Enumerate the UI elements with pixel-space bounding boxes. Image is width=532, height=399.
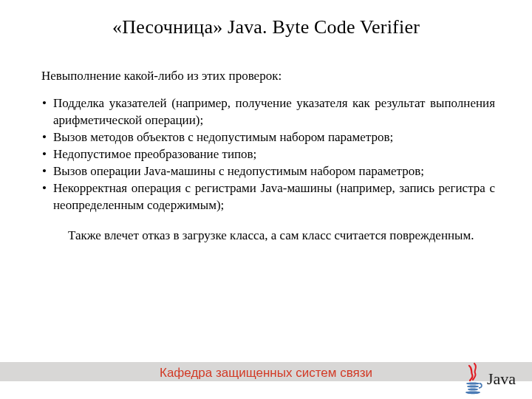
outro-text: Также влечет отказ в загрузке класса, а … [37, 228, 495, 245]
slide-title: «Песочница» Java. Byte Code Verifier [0, 0, 532, 38]
list-item: Подделка указателей (например, получение… [37, 95, 495, 129]
list-item: Недопустимое преобразование типов; [37, 146, 495, 163]
list-item: Вызов методов объектов с недопустимым на… [37, 129, 495, 146]
list-item: Вызов операции Java-машины с недопустимы… [37, 163, 495, 180]
list-item: Некорректная операция с регистрами Java-… [37, 180, 495, 214]
slide-content: Невыполнение какой-либо из этих проверок… [0, 38, 532, 244]
java-logo: Java [463, 363, 516, 395]
slide: «Песочница» Java. Byte Code Verifier Нев… [0, 0, 532, 399]
bullet-list: Подделка указателей (например, получение… [37, 95, 495, 214]
java-logo-text: Java [487, 369, 516, 389]
java-cup-icon [463, 363, 484, 395]
intro-text: Невыполнение какой-либо из этих проверок… [37, 68, 495, 85]
footer-text: Кафедра защищенных систем связи [0, 366, 532, 381]
